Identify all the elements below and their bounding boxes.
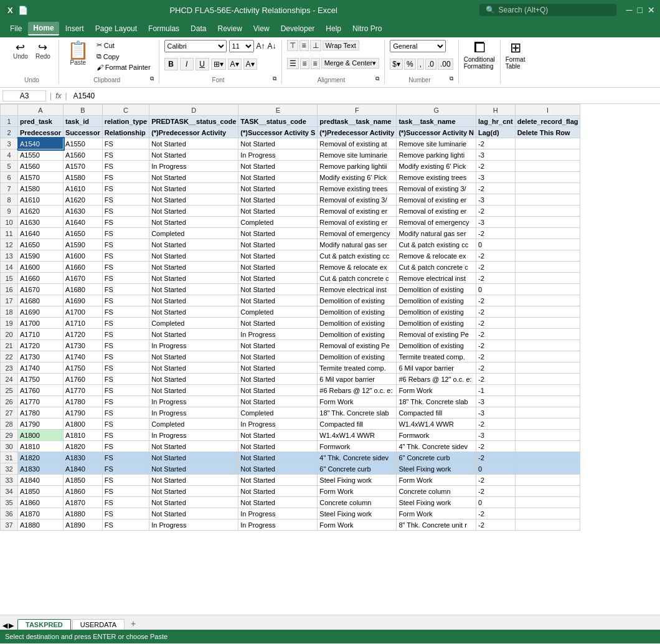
cell[interactable]: Not Started <box>238 194 318 206</box>
cell[interactable]: FS <box>102 239 149 250</box>
cell[interactable]: Remove & relocate ex <box>397 250 476 262</box>
cell[interactable]: A1710 <box>64 318 103 329</box>
cell[interactable]: A1780 <box>18 407 64 419</box>
cell[interactable]: Removal of existing er <box>397 206 476 217</box>
cell[interactable]: A1890 <box>64 519 103 531</box>
borders-button[interactable]: ⊞▾ <box>211 59 226 70</box>
cell[interactable]: -2 <box>476 183 516 194</box>
cell[interactable]: Remove existing trees <box>318 183 397 194</box>
cell[interactable] <box>515 351 580 362</box>
cell[interactable] <box>515 508 580 519</box>
font-family-select[interactable]: Calibri <box>164 40 227 52</box>
cell[interactable]: Remove electrical inst <box>397 273 476 284</box>
row-header-7[interactable]: 7 <box>1 183 18 194</box>
add-sheet-button[interactable]: + <box>126 617 141 630</box>
cell[interactable]: A1550 <box>18 149 64 161</box>
cell[interactable]: A1690 <box>18 306 64 318</box>
cell[interactable] <box>515 138 580 149</box>
menu-item-review[interactable]: Review <box>212 22 247 35</box>
row-header-21[interactable]: 21 <box>1 340 18 351</box>
redo-button[interactable]: ↪ Redo <box>32 40 54 62</box>
row-header-33[interactable]: 33 <box>1 475 18 486</box>
cell[interactable]: In Progress <box>238 329 318 340</box>
bold-button[interactable]: B <box>164 58 178 70</box>
cell[interactable]: Completed <box>238 217 318 228</box>
cell[interactable]: 6 Mil vapor barrier <box>318 374 397 385</box>
cell[interactable]: relation_type <box>102 116 149 127</box>
formula-input[interactable] <box>71 92 658 100</box>
cell[interactable]: Not Started <box>238 441 318 452</box>
cell[interactable]: Not Started <box>149 273 238 284</box>
cell[interactable]: Remove site luminarie <box>318 149 397 161</box>
cell[interactable]: Removal of existing Pe <box>397 329 476 340</box>
cell[interactable]: Not Started <box>238 250 318 262</box>
row-header-22[interactable]: 22 <box>1 351 18 362</box>
cell[interactable]: 6 Mil vapor barrier <box>397 362 476 374</box>
cell[interactable]: Demolition of existing <box>318 351 397 362</box>
cell[interactable]: Form Work <box>318 396 397 407</box>
cell[interactable]: task__task_name <box>397 116 476 127</box>
cell[interactable]: Delete This Row <box>515 127 580 138</box>
cell[interactable]: Form Work <box>397 475 476 486</box>
cell[interactable]: Completed <box>149 419 238 430</box>
cell[interactable]: In Progress <box>149 161 238 172</box>
cell[interactable]: 0 <box>476 284 516 295</box>
cell[interactable]: A1660 <box>64 262 103 273</box>
cell[interactable]: A1820 <box>64 441 103 452</box>
cell[interactable]: Cut & patch existing cc <box>397 239 476 250</box>
row-header-26[interactable]: 26 <box>1 396 18 407</box>
cell[interactable]: Steel Fixing work <box>397 497 476 508</box>
cell[interactable]: A1670 <box>64 273 103 284</box>
cell[interactable]: A1750 <box>64 362 103 374</box>
cell[interactable]: A1760 <box>64 374 103 385</box>
cell[interactable]: task_id <box>64 116 103 127</box>
merge-center-button[interactable]: Merge & Center▾ <box>321 58 380 69</box>
minimize-btn[interactable]: ─ <box>626 5 633 15</box>
cell[interactable] <box>515 329 580 340</box>
cell[interactable]: Not Started <box>149 508 238 519</box>
cell[interactable]: A1670 <box>18 284 64 295</box>
cell[interactable]: Form Work <box>397 385 476 396</box>
cell[interactable]: (*)Successor Activity N <box>397 127 476 138</box>
row-header-19[interactable]: 19 <box>1 318 18 329</box>
cell[interactable]: Remove parking lighti <box>397 149 476 161</box>
cell[interactable] <box>515 228 580 239</box>
cell[interactable]: lag_hr_cnt <box>476 116 516 127</box>
cell[interactable]: A1630 <box>64 206 103 217</box>
cell[interactable]: Successor <box>64 127 103 138</box>
cell[interactable]: #6 Rebars @ 12" o.c. e: <box>318 385 397 396</box>
row-header-23[interactable]: 23 <box>1 362 18 374</box>
maximize-btn[interactable]: □ <box>638 5 643 15</box>
cell[interactable]: In Progress <box>238 508 318 519</box>
cell[interactable]: Demolition of existing <box>318 329 397 340</box>
cell[interactable]: Removal of existing at <box>318 138 397 149</box>
cell[interactable]: A1850 <box>64 475 103 486</box>
row-header-5[interactable]: 5 <box>1 161 18 172</box>
cell[interactable]: Not Started <box>149 385 238 396</box>
cell[interactable]: Cut & patch existing cc <box>318 250 397 262</box>
row-header-6[interactable]: 6 <box>1 172 18 183</box>
menu-item-page-layout[interactable]: Page Layout <box>90 22 142 35</box>
row-header-10[interactable]: 10 <box>1 217 18 228</box>
cell[interactable]: A1770 <box>64 385 103 396</box>
cell[interactable]: Removal of existing er <box>397 194 476 206</box>
cell[interactable]: A1690 <box>64 295 103 306</box>
row-header-9[interactable]: 9 <box>1 206 18 217</box>
wrap-text-button[interactable]: Wrap Text <box>323 40 359 50</box>
cell[interactable]: FS <box>102 497 149 508</box>
row-header-30[interactable]: 30 <box>1 441 18 452</box>
fill-color-button[interactable]: A▾ <box>228 59 242 70</box>
cell[interactable]: FS <box>102 508 149 519</box>
col-header-G[interactable]: G <box>397 105 476 116</box>
cell[interactable]: FS <box>102 250 149 262</box>
copy-button[interactable]: ⧉ Copy <box>93 51 154 62</box>
cell[interactable]: 18" Thk. Concrete slab <box>318 407 397 419</box>
cell[interactable] <box>515 441 580 452</box>
cell[interactable]: Steel Fixing work <box>318 475 397 486</box>
cell[interactable]: A1540 <box>18 138 64 149</box>
row-header-16[interactable]: 16 <box>1 284 18 295</box>
cell[interactable]: Not Started <box>238 183 318 194</box>
cell[interactable] <box>515 250 580 262</box>
col-header-B[interactable]: B <box>64 105 103 116</box>
cell[interactable]: -2 <box>476 206 516 217</box>
